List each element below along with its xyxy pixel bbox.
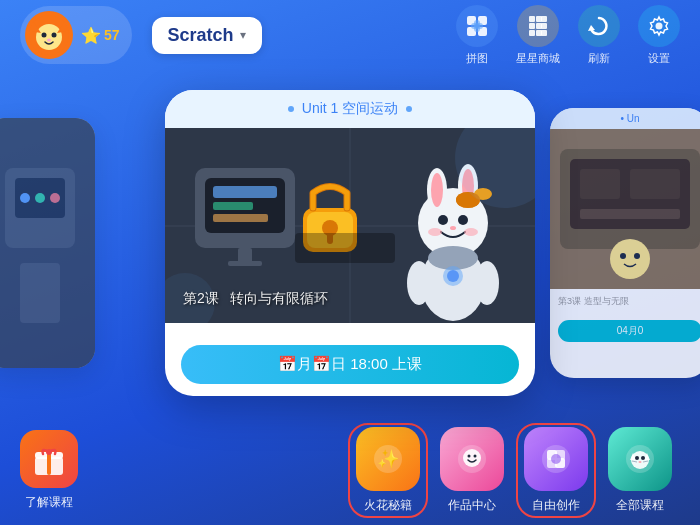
works-center-button[interactable]: 作品中心 [432, 427, 512, 514]
shop-icon [525, 13, 551, 39]
topbar: ⭐ 57 Scratch ▾ 拼图 [0, 0, 700, 70]
svg-point-96 [639, 461, 642, 463]
avatar-image [27, 13, 71, 57]
settings-label: 设置 [648, 51, 670, 66]
svg-point-89 [551, 454, 561, 464]
user-profile-area[interactable]: ⭐ 57 [20, 6, 132, 64]
svg-point-94 [635, 456, 639, 460]
scratch-label: Scratch [168, 25, 234, 46]
puzzle-label: 拼图 [466, 51, 488, 66]
refresh-label: 刷新 [588, 51, 610, 66]
lesson-number-small: 第2课 [183, 290, 219, 306]
spark-icon-box: ✨ [356, 427, 420, 491]
svg-point-5 [52, 33, 57, 38]
refresh-icon-circle [578, 5, 620, 47]
right-card-illustration [550, 129, 700, 289]
settings-icon-circle [638, 5, 680, 47]
works-icon-box [440, 427, 504, 491]
svg-point-72 [620, 253, 626, 259]
svg-text:✨: ✨ [377, 448, 400, 470]
right-card-lesson-label: 第3课 造型与无限 [558, 295, 700, 308]
bottom-navigation: 了解课程 ✨ 火花秘籍 作品中心 [0, 415, 700, 525]
card-carousel: Unit 1 空间运动 [0, 70, 700, 415]
lesson-subtitle-overlay: 第2课 转向与有限循环 [183, 290, 328, 308]
spark-icon: ✨ [372, 443, 404, 475]
lesson-title-small: 转向与有限循环 [230, 290, 328, 306]
left-side-card[interactable] [0, 118, 95, 368]
gift-icon [31, 441, 67, 477]
all-courses-icon-box [608, 427, 672, 491]
card-footer: 📅月📅日 18:00 上课 [165, 323, 535, 396]
refresh-icon [586, 13, 612, 39]
spark-secrets-button[interactable]: ✨ 火花秘籍 [348, 423, 428, 518]
right-card-date: 04月0 [617, 325, 644, 336]
svg-point-95 [641, 456, 645, 460]
schedule-text: 📅月📅日 18:00 上课 [278, 355, 422, 374]
free-create-icon-box [524, 427, 588, 491]
puzzle-piece-icon [540, 443, 572, 475]
settings-icon-button[interactable]: 设置 [638, 5, 680, 66]
puzzle-icon [464, 13, 490, 39]
svg-point-83 [474, 454, 477, 457]
right-side-card[interactable]: • Un [550, 108, 700, 378]
puzzle-icon-circle [456, 5, 498, 47]
svg-rect-21 [541, 30, 547, 36]
svg-rect-13 [529, 16, 535, 22]
svg-point-28 [35, 193, 45, 203]
unit-dot-right [406, 106, 412, 112]
left-card-image [0, 118, 95, 368]
star-icon: ⭐ [81, 26, 101, 45]
main-lesson-card[interactable]: Unit 1 空间运动 [165, 90, 535, 396]
svg-point-4 [42, 33, 47, 38]
shop-icon-button[interactable]: 星星商城 [516, 5, 560, 66]
star-badge: ⭐ 57 [81, 26, 120, 45]
learn-courses-button[interactable]: 了解课程 [20, 430, 78, 511]
svg-marker-22 [588, 25, 595, 31]
right-card-unit-label: • Un [620, 113, 639, 124]
puzzle-icon-button[interactable]: 拼图 [456, 5, 498, 66]
right-card-inner: • Un [550, 108, 700, 378]
learn-courses-label: 了解课程 [25, 494, 73, 511]
unit-header: Unit 1 空间运动 [165, 90, 535, 128]
schedule-button[interactable]: 📅月📅日 18:00 上课 [181, 345, 519, 384]
shop-label: 星星商城 [516, 51, 560, 66]
right-card-date-button[interactable]: 04月0 [558, 320, 700, 342]
free-create-label: 自由创作 [532, 497, 580, 514]
gear-icon [646, 13, 672, 39]
svg-rect-18 [541, 23, 547, 29]
chevron-down-icon: ▾ [240, 28, 246, 42]
svg-point-77 [46, 449, 52, 455]
all-courses-label: 全部课程 [616, 497, 664, 514]
svg-point-6 [47, 39, 51, 42]
learn-icon-box [20, 430, 78, 488]
svg-point-1 [36, 24, 62, 50]
svg-rect-15 [541, 16, 547, 22]
unit-dot-left [288, 106, 294, 112]
shop-icon-circle [517, 5, 559, 47]
svg-point-81 [463, 449, 481, 467]
spark-secrets-label: 火花秘籍 [364, 497, 412, 514]
svg-rect-16 [529, 23, 535, 29]
lesson-card-image: 第2课 转向与有限循环 [165, 128, 535, 323]
refresh-icon-button[interactable]: 刷新 [578, 5, 620, 66]
scratch-dropdown-button[interactable]: Scratch ▾ [152, 17, 262, 54]
svg-rect-19 [529, 30, 535, 36]
star-count: 57 [104, 27, 120, 43]
svg-rect-69 [630, 169, 680, 199]
right-card-unit-header: • Un [550, 108, 700, 129]
free-create-button[interactable]: 自由创作 [516, 423, 596, 518]
works-icon [456, 443, 488, 475]
svg-point-23 [656, 22, 663, 29]
svg-point-73 [634, 253, 640, 259]
avatar [25, 11, 73, 59]
right-card-image [550, 129, 700, 289]
right-card-text-area: 第3课 造型与无限 [550, 289, 700, 314]
all-courses-button[interactable]: 全部课程 [600, 427, 680, 514]
left-card-illustration [0, 118, 95, 368]
cat-icon [624, 443, 656, 475]
svg-point-27 [20, 193, 30, 203]
main-content: Unit 1 空间运动 [0, 70, 700, 415]
unit-label: Unit 1 空间运动 [302, 100, 398, 118]
svg-rect-30 [20, 263, 60, 323]
svg-rect-68 [580, 169, 620, 199]
